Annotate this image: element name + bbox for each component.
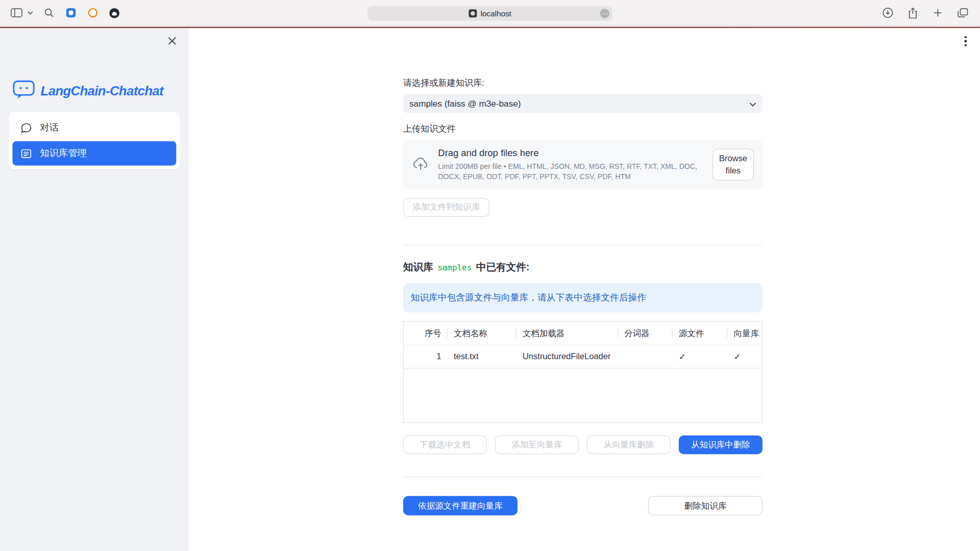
logo-text: LangChain-Chatchat: [41, 83, 163, 98]
download-selected-button[interactable]: 下载选中文档: [403, 436, 487, 455]
add-to-vectorstore-button[interactable]: 添加至向量库: [495, 436, 579, 455]
address-bar[interactable]: localhost ⋯: [368, 6, 612, 20]
sidebar-item-label: 对话: [40, 122, 59, 134]
github-extension-icon[interactable]: [108, 7, 120, 19]
extension-icon-1[interactable]: [64, 7, 77, 19]
address-url: localhost: [480, 9, 511, 18]
dropzone-limit: Limit 200MB per file • EML, HTML, JSON, …: [438, 161, 700, 182]
share-icon[interactable]: [906, 7, 919, 19]
content-column: 请选择或新建知识库: samples (faiss @ m3e-base) 上传…: [403, 28, 763, 516]
delete-from-kb-button[interactable]: 从知识库中删除: [679, 436, 763, 455]
sidebar: LangChain-Chatchat 对话 知识库管理: [0, 28, 189, 551]
cell-index: 1: [404, 345, 448, 368]
cell-loader: UnstructuredFileLoader: [516, 345, 618, 368]
column-header-source[interactable]: 源文件: [673, 322, 728, 345]
delete-kb-button[interactable]: 删除知识库: [648, 496, 763, 516]
site-favicon: [469, 9, 477, 17]
kb-list-icon: [20, 148, 32, 159]
kb-select-label: 请选择或新建知识库:: [403, 78, 763, 89]
dropzone-title: Drag and drop files here: [438, 147, 703, 158]
sidebar-close-button[interactable]: [166, 35, 178, 46]
sidebar-toggle-icon[interactable]: [10, 7, 22, 19]
add-files-button[interactable]: 添加文件到知识库: [403, 198, 489, 217]
files-table: 序号 文档名称 文档加载器 分词器 源文件 向量库 1 test: [403, 321, 763, 423]
kb-selected-value: samples (faiss @ m3e-base): [409, 98, 521, 109]
extension-icon-2[interactable]: [86, 7, 99, 19]
kb-name-code: samples: [437, 263, 472, 272]
files-heading: 知识库 samples 中已有文件:: [403, 261, 763, 274]
browse-files-button[interactable]: Browse files: [713, 149, 754, 181]
table-row[interactable]: 1 test.txt UnstructuredFileLoader ✓ ✓: [404, 345, 762, 368]
extensions-overflow-button[interactable]: ⋯: [600, 9, 609, 18]
kb-selectbox[interactable]: samples (faiss @ m3e-base): [403, 94, 763, 113]
delete-from-vectorstore-button[interactable]: 从向量库删除: [587, 436, 671, 455]
files-heading-prefix: 知识库: [403, 261, 433, 274]
cell-splitter: [618, 345, 673, 368]
logo-chat-icon: [12, 80, 35, 103]
sidebar-item-kb-management[interactable]: 知识库管理: [12, 141, 176, 166]
table-header-row: 序号 文档名称 文档加载器 分词器 源文件 向量库: [404, 322, 762, 345]
tab-overview-icon[interactable]: [956, 7, 968, 19]
app-logo: LangChain-Chatchat: [12, 80, 163, 103]
cell-vector-check: ✓: [727, 345, 762, 368]
cell-source-check: ✓: [673, 345, 728, 368]
main-content: 请选择或新建知识库: samples (faiss @ m3e-base) 上传…: [189, 28, 980, 551]
upload-label: 上传知识文件: [403, 123, 763, 135]
divider: [403, 245, 763, 245]
sidebar-item-chat[interactable]: 对话: [12, 116, 176, 140]
row-actions: 下载选中文档 添加至向量库 从向量库删除 从知识库中删除: [403, 436, 763, 455]
select-chevron-down-icon: [749, 98, 756, 109]
toolbar-right-group: [881, 7, 980, 19]
cloud-upload-icon: [412, 155, 429, 174]
column-header-name[interactable]: 文档名称: [448, 322, 517, 345]
toolbar-left-group: [0, 7, 120, 19]
app-page: LangChain-Chatchat 对话 知识库管理: [0, 28, 980, 551]
column-header-index[interactable]: 序号: [404, 322, 448, 345]
search-icon[interactable]: [42, 7, 55, 19]
cell-name: test.txt: [448, 345, 517, 368]
column-header-splitter[interactable]: 分词器: [618, 322, 673, 345]
sidebar-item-label: 知识库管理: [40, 147, 87, 159]
chevron-down-icon[interactable]: [27, 7, 33, 19]
dropzone-text: Drag and drop files here Limit 200MB per…: [438, 147, 703, 182]
bottom-actions: 依据源文件重建向量库 删除知识库: [403, 496, 763, 516]
divider: [403, 477, 763, 478]
column-header-vector[interactable]: 向量库: [727, 322, 762, 345]
sidebar-menu: 对话 知识库管理: [9, 112, 180, 169]
screen: localhost ⋯: [0, 0, 980, 551]
column-header-loader[interactable]: 文档加载器: [516, 322, 618, 345]
downloads-icon[interactable]: [881, 7, 894, 19]
chat-bubble-icon: [20, 122, 32, 133]
app-menu-button[interactable]: [959, 34, 972, 48]
file-dropzone[interactable]: Drag and drop files here Limit 200MB per…: [403, 140, 763, 189]
files-heading-suffix: 中已有文件:: [476, 261, 529, 274]
info-banner: 知识库中包含源文件与向量库，请从下表中选择文件后操作: [403, 283, 763, 313]
rebuild-vectorstore-button[interactable]: 依据源文件重建向量库: [403, 496, 518, 516]
new-tab-icon[interactable]: [931, 7, 943, 19]
browser-toolbar: localhost ⋯: [0, 0, 980, 26]
